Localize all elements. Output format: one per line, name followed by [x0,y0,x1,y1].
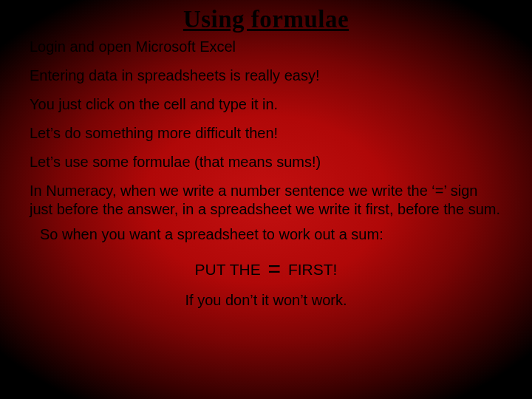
put-post: FIRST! [284,261,337,278]
put-pre: PUT THE [195,261,265,278]
body-line-so: So when you want a spreadsheet to work o… [30,226,502,243]
slide-body: Login and open Microsoft Excel Entering … [0,38,532,309]
body-line-5: Let’s use some formulae (that means sums… [30,153,502,171]
slide-title: Using formulae [0,0,532,38]
body-line-3: You just click on the cell and type it i… [30,95,502,114]
body-line-4: Let’s do something more difficult then! [30,124,502,143]
foot-line: If you don’t it won’t work. [30,292,502,309]
body-line-1: Login and open Microsoft Excel [30,38,502,56]
body-line-2: Entering data in spreadsheets is really … [30,66,502,85]
body-line-6: In Numeracy, when we write a number sent… [30,182,502,219]
equals-sign: = [265,256,284,281]
put-line: PUT THE = FIRST! [30,256,502,282]
slide: Using formulae Login and open Microsoft … [0,0,532,399]
